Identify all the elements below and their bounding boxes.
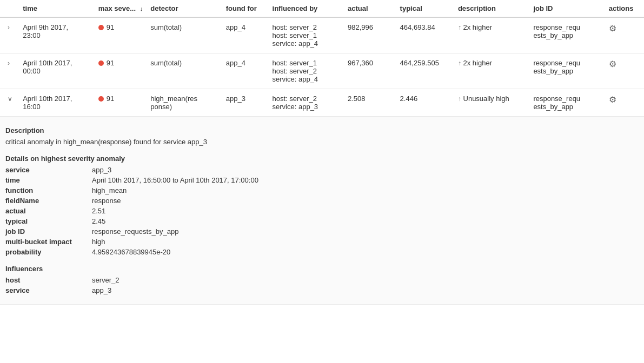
gear-icon-row2[interactable]: ⚙: [609, 59, 616, 69]
influenced-line2-row1: host: server_1: [273, 31, 337, 39]
description-arrow-row2: ↑: [458, 59, 461, 67]
detail-key-actual: actual: [5, 207, 92, 215]
influencer-val-host: server_2: [92, 276, 639, 284]
found-for-cell-row3: app_3: [221, 89, 267, 117]
anomaly-table: time max seve... ↓ detector found for in…: [0, 0, 644, 305]
detail-key-fieldname: fieldName: [5, 197, 92, 205]
col-header-detector: detector: [145, 0, 220, 17]
severity-dot-row1: [98, 25, 104, 30]
detail-val-actual: 2.51: [92, 207, 639, 215]
expanded-content: Description critical anomaly in high_mea…: [5, 122, 639, 299]
table-row: › April 10th 2017, 00:00 91 sum(total) a…: [0, 53, 644, 89]
col-header-job-id: job ID: [528, 0, 603, 17]
severity-cell-row2: 91: [93, 53, 145, 89]
detail-key-jobid: job ID: [5, 227, 92, 236]
actual-cell-row2: 967,360: [342, 53, 395, 89]
severity-value-row3: 91: [107, 95, 114, 103]
detail-val-service: app_3: [92, 166, 639, 174]
expand-cell-row1[interactable]: ›: [0, 17, 17, 53]
job-id-cell-row1: response_requ ests_by_app: [528, 17, 603, 53]
time-cell-row3: April 10th 2017, 16:00: [17, 89, 92, 117]
expand-button-row1[interactable]: ›: [5, 23, 12, 32]
col-header-time: time: [17, 0, 92, 17]
found-for-cell-row2: app_4: [221, 53, 267, 89]
col-header-actions: actions: [603, 0, 644, 17]
severity-cell-row3: 91: [93, 89, 145, 117]
expand-button-row2[interactable]: ›: [5, 58, 12, 68]
job-id-cell-row3: response_requ ests_by_app: [528, 89, 603, 117]
col-header-severity[interactable]: max seve... ↓: [93, 0, 145, 17]
severity-value-row1: 91: [107, 23, 114, 31]
job-id-cell-row2: response_requ ests_by_app: [528, 53, 603, 89]
col-header-found-for: found for: [221, 0, 267, 17]
table-row: › April 9th 2017, 23:00 91 sum(total) ap…: [0, 17, 644, 53]
description-text-row1: 2x higher: [463, 23, 492, 31]
expanded-detail-row: Description critical anomaly in high_mea…: [0, 117, 644, 305]
influenced-line1-row2: host: server_1: [273, 59, 337, 67]
actual-cell-row3: 2.508: [342, 89, 395, 117]
severity-value-row2: 91: [107, 59, 114, 67]
description-text-row3: Unusually high: [463, 95, 509, 103]
influenced-line2-row3: service: app_3: [273, 103, 337, 111]
description-cell-row2: ↑ 2x higher: [453, 53, 528, 89]
severity-badge-row1: 91: [98, 23, 114, 31]
actions-cell-row3[interactable]: ⚙: [603, 89, 644, 117]
found-for-cell-row1: app_4: [221, 17, 267, 53]
influencer-val-service: app_3: [92, 286, 639, 294]
description-cell-row1: ↑ 2x higher: [453, 17, 528, 53]
description-arrow-row3: ↑: [458, 95, 461, 103]
influenced-line1-row3: host: server_2: [273, 95, 337, 103]
actual-cell-row1: 982,996: [342, 17, 395, 53]
description-text-row2: 2x higher: [463, 59, 492, 67]
expand-button-row3[interactable]: ∨: [5, 94, 15, 104]
influenced-line3-row1: service: app_4: [273, 39, 337, 48]
influenced-by-cell-row2: host: server_1 host: server_2 service: a…: [267, 53, 342, 89]
typical-cell-row2: 464,259.505: [395, 53, 453, 89]
detail-val-probability: 4.959243678839945e-20: [92, 248, 639, 256]
detail-key-time: time: [5, 176, 92, 184]
influencer-key-host: host: [5, 276, 92, 284]
expand-col-header: [0, 0, 17, 17]
description-arrow-row1: ↑: [458, 24, 461, 31]
anomaly-table-container: time max seve... ↓ detector found for in…: [0, 0, 644, 305]
expand-cell-row2[interactable]: ›: [0, 53, 17, 89]
table-header-row: time max seve... ↓ detector found for in…: [0, 0, 644, 17]
actions-cell-row1[interactable]: ⚙: [603, 17, 644, 53]
influenced-line3-row2: service: app_4: [273, 75, 337, 83]
detail-val-function: high_mean: [92, 186, 639, 194]
expanded-detail-cell: Description critical anomaly in high_mea…: [0, 117, 644, 305]
actions-cell-row2[interactable]: ⚙: [603, 53, 644, 89]
col-header-description: description: [453, 0, 528, 17]
detail-key-probability: probability: [5, 248, 92, 256]
influencer-key-service: service: [5, 286, 92, 294]
detail-key-service: service: [5, 166, 92, 174]
influencers-grid: host server_2 service app_3: [5, 276, 639, 294]
severity-badge-row2: 91: [98, 59, 114, 67]
typical-cell-row3: 2.446: [395, 89, 453, 117]
detail-key-function: function: [5, 186, 92, 194]
typical-cell-row1: 464,693.84: [395, 17, 453, 53]
influenced-line1-row1: host: server_2: [273, 23, 337, 31]
col-header-influenced-by: influenced by: [267, 0, 342, 17]
influencers-title: Influencers: [5, 265, 639, 273]
detector-cell-row1: sum(total): [145, 17, 220, 53]
description-text: critical anomaly in high_mean(response) …: [5, 138, 639, 146]
influenced-by-cell-row3: host: server_2 service: app_3: [267, 89, 342, 117]
time-cell-row1: April 9th 2017, 23:00: [17, 17, 92, 53]
gear-icon-row3[interactable]: ⚙: [609, 95, 616, 104]
severity-cell-row1: 91: [93, 17, 145, 53]
description-cell-row3: ↑ Unusually high: [453, 89, 528, 117]
severity-dot-row2: [98, 60, 104, 66]
detail-key-typical: typical: [5, 217, 92, 225]
detector-cell-row2: sum(total): [145, 53, 220, 89]
sort-desc-icon: ↓: [140, 5, 143, 12]
table-row: ∨ April 10th 2017, 16:00 91 high_mean(re…: [0, 89, 644, 117]
detail-val-time: April 10th 2017, 16:50:00 to April 10th …: [92, 176, 639, 184]
influenced-by-cell-row1: host: server_2 host: server_1 service: a…: [267, 17, 342, 53]
gear-icon-row1[interactable]: ⚙: [609, 24, 616, 33]
details-section-title: Details on highest severity anomaly: [5, 154, 639, 163]
col-header-typical: typical: [395, 0, 453, 17]
col-header-actual: actual: [342, 0, 395, 17]
expand-cell-row3[interactable]: ∨: [0, 89, 17, 117]
details-grid: service app_3 time April 10th 2017, 16:5…: [5, 166, 639, 256]
